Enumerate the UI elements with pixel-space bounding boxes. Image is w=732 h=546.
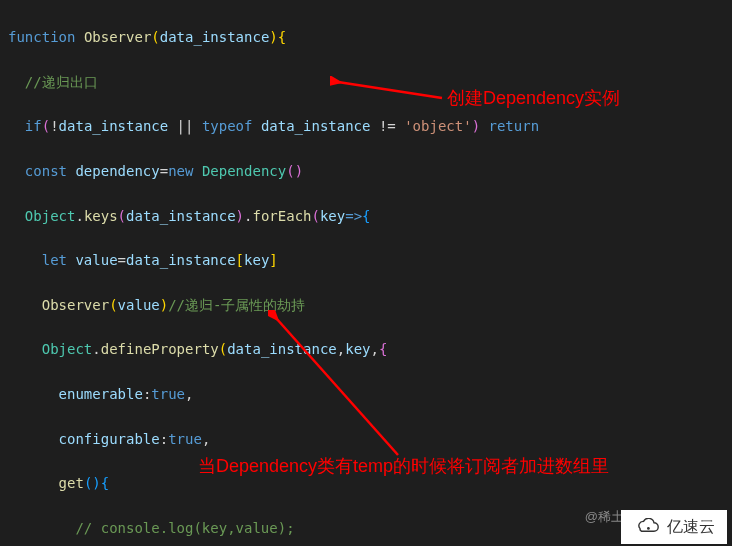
annotation-create-dep: 创建Dependency实例 xyxy=(447,87,620,109)
watermark-badge: 亿速云 xyxy=(621,510,727,544)
annotation-temp-sub: 当Dependency类有temp的时候将订阅者加进数组里 xyxy=(198,455,609,477)
svg-point-4 xyxy=(647,527,650,530)
cloud-icon xyxy=(633,518,661,536)
